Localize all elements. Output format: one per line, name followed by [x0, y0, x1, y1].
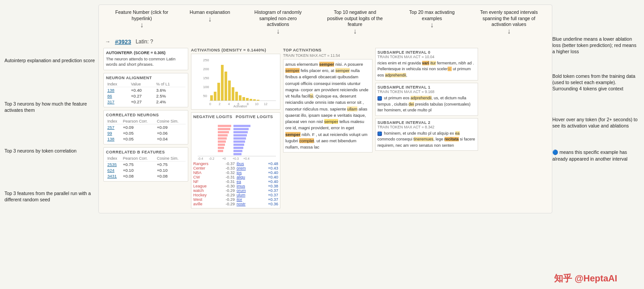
neg-logit-word: aville [193, 202, 203, 206]
right-annotations: Blue underline means a lower ablation lo… [552, 4, 640, 213]
subsample-1-subheader: TRAIN TOKEN MAX ACT = 9.168 [377, 89, 476, 94]
neg-logit-word: Center [193, 166, 205, 170]
svg-rect-18 [257, 100, 259, 101]
subsample-0-header: SUBSAMPLE INTERVAL 0 [377, 50, 476, 55]
table-row: 3431+0.08+0.08 [106, 173, 186, 179]
neuron-link[interactable]: 317 [107, 99, 114, 104]
feature-link[interactable]: 2535 [107, 162, 117, 167]
neuron-link[interactable]: 86 [107, 94, 112, 98]
ann-human-explanation: Human explanation ↓ [190, 9, 230, 35]
neuron-alignment-table: Index Value % of L1 138+0.403.6%86+0.272… [106, 81, 186, 105]
col-subsample: SUBSAMPLE INTERVAL 0 TRAIN TOKEN MAX ACT… [375, 48, 478, 151]
main-card: Feature Number (click for hyperlink) ↓ H… [98, 4, 552, 213]
autointerp-score: AUTOINTERP. (SCORE = 0.305) [106, 51, 186, 55]
neg-logit-word: NF [193, 179, 199, 184]
neg-logit-val: -0.37 [225, 162, 235, 166]
col-left: AUTOINTERP. (SCORE = 0.305) The neuron a… [103, 48, 188, 182]
svg-rect-36 [218, 150, 223, 152]
col-cosine-3: Cosine Sim. [156, 156, 186, 162]
positive-logits-header: POSITIVE LOGITS [236, 115, 278, 119]
svg-rect-15 [246, 98, 249, 101]
pos-logit-word: aliqu [237, 175, 245, 179]
arrow-down-5: ↓ [480, 28, 538, 35]
svg-rect-37 [233, 125, 250, 127]
col-activations: TOP ACTIVATIONS TRAIN TOKEN MAX ACT = 11… [283, 48, 373, 153]
autointerp-desc: The neuron attends to common Latin words… [106, 56, 186, 68]
top-activations-text: amus elementum semper nisi. A posuere se… [283, 59, 373, 153]
col-histogram: ACTIVATIONS (DENSITY = 0.1440%) 250 200 … [191, 48, 280, 208]
feature-lang: Latin: ? [136, 38, 153, 45]
correlated-neurons-table: Index Pearson Corr. Cosine Sim. 257+0.09… [106, 119, 186, 142]
feature-link[interactable]: 624 [107, 168, 114, 173]
neg-logit-word: watch [193, 188, 204, 193]
svg-rect-5 [210, 95, 213, 101]
feature-title: → #3923 Latin: ? [103, 38, 547, 45]
ann-feature-number: Feature Number (click for hyperlink) ↓ [113, 9, 171, 35]
ann-top-act-text: Top 20 max activating examples [409, 9, 455, 21]
pos-logit-val: +0.37 [268, 193, 278, 197]
svg-text:+0.3: +0.3 [233, 157, 239, 160]
negative-logits-header: NEGATIVE LOGITS [193, 115, 236, 119]
svg-text:+0: +0 [222, 157, 226, 160]
arrow-feature: → [105, 38, 110, 45]
svg-rect-42 [233, 140, 245, 143]
subsample-0-subheader: TRAIN TOKEN MAX ACT = 10.04 [377, 55, 476, 59]
neg-logit-val: -0.29 [225, 197, 235, 202]
top-annotations: Feature Number (click for hyperlink) ↓ H… [103, 9, 547, 38]
svg-text:8: 8 [247, 102, 249, 106]
neg-logit-val: -0.29 [225, 202, 235, 206]
arrow-down-4: ↓ [403, 21, 461, 29]
svg-rect-30 [218, 131, 229, 133]
subsample-2-subheader: TRAIN TOKEN MAX ACT = 8.342 [377, 125, 476, 129]
right-ann-bold-token: Bold token comes from the training data … [552, 73, 640, 92]
svg-rect-29 [218, 128, 230, 130]
neuron-link[interactable]: 257 [107, 125, 114, 130]
col-pearson-2: Pearson Corr. [122, 119, 156, 124]
pos-logit-val: +0.40 [268, 175, 278, 179]
svg-text:4: 4 [228, 102, 230, 106]
table-row: 86+0.272.5% [106, 93, 186, 99]
svg-rect-6 [214, 92, 216, 101]
ann-histogram: Histogram of randomly sampled non-zero a… [249, 9, 307, 35]
pos-logit-word: ips [237, 170, 242, 175]
neg-logit-word: CW [193, 175, 200, 179]
svg-text:0: 0 [209, 102, 211, 106]
col-index-2: Index [106, 119, 122, 124]
table-row: 138+0.05+0.04 [106, 136, 186, 142]
pos-logit-val: +0.40 [268, 179, 278, 184]
neg-logit-word: NBA [193, 170, 202, 175]
col-value-1: Value [130, 81, 155, 87]
svg-rect-12 [235, 92, 238, 101]
svg-rect-46 [233, 153, 242, 155]
neg-logit-val: -0.30 [225, 184, 235, 188]
svg-rect-34 [218, 144, 225, 146]
pos-logit-val: +0.40 [268, 170, 278, 175]
svg-rect-43 [233, 144, 244, 146]
subsample-interval-0: SUBSAMPLE INTERVAL 0 TRAIN TOKEN MAX ACT… [375, 48, 478, 81]
neuron-link[interactable]: 99 [107, 131, 112, 136]
svg-rect-17 [253, 99, 256, 101]
feature-link[interactable]: 3431 [107, 174, 117, 178]
neg-logit-word: League [193, 184, 207, 188]
svg-text:-0.4: -0.4 [198, 157, 203, 160]
svg-text:150: 150 [203, 76, 209, 80]
svg-rect-44 [233, 147, 243, 149]
neuron-link[interactable]: 138 [107, 136, 114, 141]
ann-subsample: Ten evenly spaced intervals spanning the… [480, 9, 538, 35]
correlated-b-table: Index Pearson Corr. Cosine Sim. 2535+0.7… [106, 156, 186, 179]
feature-number-link[interactable]: #3923 [115, 38, 131, 45]
neuron-link[interactable]: 138 [107, 88, 114, 93]
logits-section: NEGATIVE LOGITS POSITIVE LOGITS [191, 112, 280, 208]
ann-logits-text: Top 10 negative and positive output logi… [327, 9, 383, 27]
arrow-down-3: ↓ [326, 28, 384, 35]
pos-logit-word: ulum [237, 193, 246, 197]
autointerp-box: AUTOINTERP. (SCORE = 0.305) The neuron a… [103, 48, 188, 70]
svg-text:100: 100 [203, 85, 209, 89]
svg-text:12: 12 [264, 102, 267, 106]
pos-logit-word: itor [237, 197, 242, 202]
neg-logit-val: -0.29 [225, 193, 235, 197]
arrow-down-2: ↓ [249, 28, 307, 35]
pos-logit-word: orem [237, 166, 246, 170]
neg-logit-word: Rangers [193, 162, 208, 166]
content-grid: AUTOINTERP. (SCORE = 0.305) The neuron a… [103, 48, 547, 208]
